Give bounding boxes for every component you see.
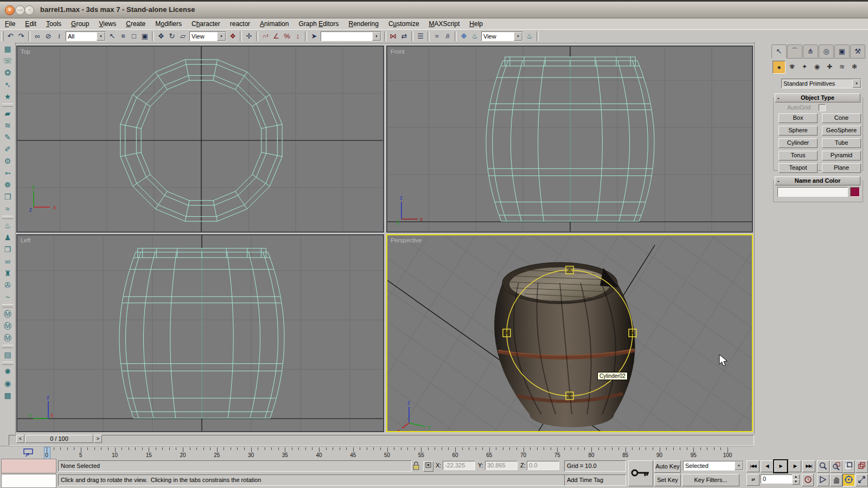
- tab-display[interactable]: ▣: [834, 44, 850, 59]
- frame-spinner-down[interactable]: ▼: [792, 479, 800, 485]
- z-coordinate-field[interactable]: 0.0: [527, 461, 559, 470]
- boat-icon[interactable]: ➴: [2, 79, 14, 90]
- set-keys-button[interactable]: [628, 460, 653, 486]
- angle-snap-button[interactable]: ∠: [271, 31, 282, 42]
- go-to-end-button[interactable]: ▶▶|: [802, 460, 815, 472]
- autogrid-checkbox[interactable]: [819, 104, 826, 111]
- min-max-toggle-button[interactable]: [856, 474, 868, 486]
- maxscript-mini-listener-pink[interactable]: [1, 459, 56, 473]
- chevron-down-icon[interactable]: ▼: [97, 32, 105, 41]
- primitive-button[interactable]: Cone: [822, 113, 861, 123]
- menu-item[interactable]: Views: [94, 19, 121, 29]
- category-lights[interactable]: ✦: [799, 61, 810, 73]
- primitive-button[interactable]: Plane: [822, 163, 861, 173]
- disc-m-icon[interactable]: Ⓜ: [2, 332, 14, 343]
- primitive-button[interactable]: Pyramid: [822, 151, 861, 160]
- chevron-down-icon[interactable]: ▼: [735, 461, 743, 470]
- render-type-dropdown[interactable]: View ▼: [481, 31, 523, 41]
- chevron-down-icon[interactable]: ▼: [852, 79, 861, 88]
- camera-view-icon[interactable]: ◉: [2, 378, 14, 389]
- tab-utilities[interactable]: ⚒: [850, 44, 865, 59]
- select-by-name-button[interactable]: ≡: [118, 31, 129, 42]
- tab-motion[interactable]: ◎: [819, 44, 834, 59]
- teapot-icon[interactable]: ♨: [2, 220, 14, 231]
- rectangular-selection-region-button[interactable]: □: [129, 31, 139, 42]
- collapse-icon[interactable]: -: [777, 94, 780, 101]
- x-coordinate-field[interactable]: -22.325: [443, 461, 475, 470]
- align-button[interactable]: ⇄: [399, 31, 410, 42]
- broken-cube-icon[interactable]: ❒: [2, 191, 14, 202]
- left-toolbar-icon[interactable]: [2, 362, 13, 365]
- toolbar-grip[interactable]: [1, 31, 4, 41]
- primitives-dropdown[interactable]: Standard Primitives ▼: [781, 79, 861, 88]
- zoom-extents-all-button[interactable]: [856, 460, 868, 473]
- absolute-offset-toggle[interactable]: [423, 461, 433, 472]
- menu-item[interactable]: Rendering: [344, 19, 384, 29]
- phone-icon[interactable]: ☏: [2, 55, 14, 66]
- star-icon[interactable]: ★: [2, 91, 14, 102]
- tab-hierarchy[interactable]: ⋔: [803, 44, 818, 59]
- time-configuration-button[interactable]: [802, 474, 814, 486]
- percent-snap-button[interactable]: %: [282, 31, 292, 42]
- film-grid-icon[interactable]: ▩: [2, 390, 14, 401]
- menu-item[interactable]: Tools: [41, 19, 66, 29]
- left-viewport-canvas[interactable]: zyx: [17, 235, 383, 431]
- select-and-move-button[interactable]: ✥: [156, 31, 167, 42]
- bend-tube-icon[interactable]: ✐: [2, 144, 14, 155]
- viewport-top[interactable]: Top yxz: [16, 46, 384, 233]
- key-mode-toggle-button[interactable]: ⇄: [746, 474, 760, 486]
- key-selection-dropdown[interactable]: Selected ▼: [683, 461, 744, 471]
- category-space-warps[interactable]: ≋: [836, 61, 848, 73]
- collapse-icon[interactable]: -: [777, 177, 780, 184]
- box-page-icon[interactable]: ❐: [2, 244, 14, 255]
- left-toolbar-icon[interactable]: [2, 216, 13, 219]
- magnify-color-icon[interactable]: ✺: [2, 366, 14, 377]
- window-crossing-button[interactable]: ▣: [139, 31, 150, 42]
- quick-render-button[interactable]: ♨: [524, 31, 535, 42]
- undo-button[interactable]: ↶: [5, 31, 16, 42]
- slipper-icon[interactable]: ❁: [2, 179, 14, 190]
- cubes-icon[interactable]: ▦: [2, 43, 14, 54]
- next-frame-button[interactable]: |▶: [788, 460, 801, 472]
- category-systems[interactable]: ❃: [848, 61, 860, 73]
- front-viewport-canvas[interactable]: zxy: [387, 47, 752, 232]
- track-bar[interactable]: 0510152025303540455055606570758085909510…: [0, 446, 754, 460]
- redo-button[interactable]: ↷: [16, 31, 27, 42]
- menu-item[interactable]: Help: [464, 19, 488, 29]
- bind-to-space-warp-button[interactable]: ≀: [54, 31, 65, 42]
- slider-next-arrow[interactable]: >: [94, 435, 102, 443]
- menu-item[interactable]: Create: [121, 19, 150, 29]
- named-selection-sets-button[interactable]: ➤: [309, 31, 320, 42]
- select-and-manipulate-button[interactable]: ✢: [244, 31, 254, 42]
- unlink-selection-button[interactable]: ⊘: [43, 31, 54, 42]
- menu-item[interactable]: Group: [66, 19, 94, 29]
- viewport-perspective[interactable]: Perspective zxy Cylinder02: [386, 234, 753, 432]
- left-toolbar-icon[interactable]: [2, 345, 13, 348]
- name-color-rollout-header[interactable]: - Name and Color: [775, 176, 860, 185]
- menu-item[interactable]: Edit: [20, 19, 41, 29]
- menu-item[interactable]: Modifiers: [150, 19, 187, 29]
- selection-lock-icon[interactable]: [412, 461, 420, 471]
- zoom-extents-button[interactable]: [843, 460, 855, 473]
- close-icon[interactable]: ✕: [5, 5, 15, 15]
- menu-item[interactable]: Graph Editors: [293, 19, 343, 29]
- object-type-rollout-header[interactable]: - Object Type: [775, 93, 860, 102]
- field-of-view-button[interactable]: [817, 474, 829, 486]
- chevron-down-icon[interactable]: ▼: [514, 32, 522, 41]
- zoom-button[interactable]: [817, 460, 829, 473]
- menu-item[interactable]: MAXScript: [424, 19, 465, 29]
- wave-line-icon[interactable]: ~: [2, 292, 14, 303]
- biped-icon[interactable]: ♟: [2, 232, 14, 243]
- maximize-icon[interactable]: ▫: [24, 5, 34, 15]
- y-coordinate-field[interactable]: 30.865: [485, 461, 518, 470]
- glasses-icon[interactable]: ∞: [2, 256, 14, 267]
- category-geometry[interactable]: ●: [773, 61, 786, 74]
- primitive-button[interactable]: Box: [778, 113, 818, 123]
- primitive-button[interactable]: GeoSphere: [822, 126, 861, 136]
- primitive-button[interactable]: Cylinder: [778, 138, 818, 148]
- time-slider-track[interactable]: [9, 435, 754, 446]
- current-frame-field[interactable]: 0: [761, 474, 793, 484]
- menu-item[interactable]: Customize: [384, 19, 424, 29]
- bird-icon[interactable]: ➳: [2, 168, 14, 178]
- menu-item[interactable]: File: [0, 19, 20, 29]
